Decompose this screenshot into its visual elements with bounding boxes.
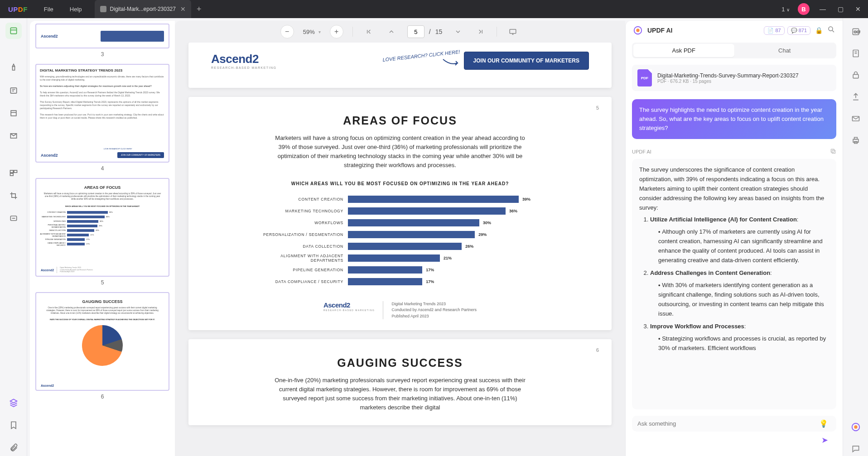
highlighter-icon[interactable] <box>5 60 22 76</box>
svg-rect-12 <box>832 150 835 154</box>
tab-chat[interactable]: Chat <box>734 44 835 57</box>
menu-help[interactable]: Help <box>62 6 90 13</box>
search-icon[interactable] <box>827 25 835 35</box>
right-tool-rail: OCR <box>843 18 868 456</box>
svg-rect-8 <box>510 29 516 34</box>
thumbnail-page-6[interactable]: GAUGING SUCCESS One-in-five (20%) market… <box>35 292 169 391</box>
annotate-icon[interactable] <box>5 82 22 99</box>
thumb-num-3: 3 <box>35 51 169 58</box>
zoom-out-button[interactable]: − <box>280 25 294 38</box>
titlebar: UPDF File Help Digital-Mark...eport-2303… <box>0 0 868 18</box>
svg-rect-4 <box>10 170 13 173</box>
bar-chart: CONTENT CREATION39%MARKETING TECHNOLOGY3… <box>255 193 545 288</box>
app-logo: UPDF <box>0 5 36 13</box>
prev-page-button[interactable] <box>385 25 398 38</box>
presentation-icon[interactable] <box>506 25 520 38</box>
email-icon[interactable] <box>849 111 863 126</box>
thumbnails-tool-icon[interactable] <box>5 23 22 39</box>
copy-icon[interactable] <box>830 148 836 155</box>
thumbnail-page-5[interactable]: AREAS OF FOCUS Marketers will have a str… <box>35 178 169 277</box>
redact-icon[interactable] <box>5 210 22 226</box>
ai-tabs: Ask PDF Chat <box>632 43 836 58</box>
updf-ai-icon <box>633 25 643 35</box>
badge-chats: 💬871 <box>787 26 810 35</box>
close-icon[interactable]: ✕ <box>180 5 186 13</box>
ai-title: UPDF AI <box>647 27 759 34</box>
svg-rect-6 <box>10 173 13 176</box>
comment-icon[interactable] <box>849 442 863 456</box>
ai-document[interactable]: PDF Digital-Marketing-Trends-Survey-Summ… <box>632 65 836 91</box>
svg-point-11 <box>829 27 833 31</box>
svg-rect-20 <box>854 137 857 139</box>
page-4-tail: Ascend2 RESEARCH-BASED MARKETING LOVE RE… <box>188 43 612 88</box>
form-icon[interactable] <box>5 128 22 144</box>
viewer-toolbar: − 59%▾ + / 15 <box>175 21 625 43</box>
page-body: Marketers will have a strong focus on op… <box>273 134 527 170</box>
edit-icon[interactable] <box>5 105 22 121</box>
bulb-icon[interactable]: 💡 <box>819 419 828 428</box>
thumbnail-page-3[interactable]: Ascend2 <box>35 24 169 48</box>
lock-icon[interactable]: 🔒 <box>815 27 823 34</box>
thumb-num-4: 4 <box>35 165 169 172</box>
page-5: 5 AREAS OF FOCUS Marketers will have a s… <box>188 97 612 330</box>
svg-rect-17 <box>853 74 858 78</box>
ai-panel: UPDF AI 📄87 💬871 🔒 Ask PDF Chat PDF Digi… <box>625 21 843 456</box>
ai-input[interactable] <box>637 420 819 427</box>
page-title: GAUGING SUCCESS <box>211 356 589 370</box>
print-icon[interactable] <box>849 133 863 148</box>
minimize-icon[interactable]: — <box>818 4 828 14</box>
last-page-button[interactable] <box>474 25 487 38</box>
tab-title: Digital-Mark...eport-230327 <box>110 6 176 12</box>
page-indicator: / 15 <box>407 25 442 38</box>
viewer: − 59%▾ + / 15 Ascend2 RESEARCH-B <box>175 21 625 456</box>
share-icon[interactable] <box>849 90 863 104</box>
tab-ask-pdf[interactable]: Ask PDF <box>633 44 734 57</box>
protect-icon[interactable] <box>849 68 863 82</box>
join-community-button[interactable]: JOIN OUR COMMUNITY OF MARKETERS <box>464 52 589 70</box>
svg-rect-5 <box>14 170 17 173</box>
attachment-icon[interactable] <box>5 440 22 456</box>
first-page-button[interactable] <box>362 25 376 38</box>
ai-chat-icon[interactable] <box>849 420 863 434</box>
svg-point-10 <box>636 29 639 32</box>
add-tab-button[interactable]: + <box>197 5 202 14</box>
file-icon <box>100 6 106 12</box>
svg-point-23 <box>854 425 857 428</box>
organize-icon[interactable] <box>5 165 22 181</box>
page-6: 6 GAUGING SUCCESS One-in-five (20%) mark… <box>188 339 612 425</box>
svg-rect-13 <box>831 149 834 153</box>
bookmark-icon[interactable] <box>5 417 22 433</box>
thumb-num-6: 6 <box>35 394 169 400</box>
thumb-num-5: 5 <box>35 279 169 286</box>
zoom-in-button[interactable]: + <box>330 25 343 38</box>
zoom-level[interactable]: 59%▾ <box>303 29 321 35</box>
ascend-logo: Ascend2 <box>211 52 277 66</box>
chart-title: WHICH AREAS WILL YOU BE MOST FOCUSED ON … <box>211 181 589 186</box>
compress-icon[interactable] <box>849 46 863 61</box>
avatar[interactable]: B <box>798 3 810 15</box>
doc-count: 1 ∨ <box>781 6 790 13</box>
svg-rect-0 <box>10 28 16 34</box>
svg-text:OCR: OCR <box>854 30 860 34</box>
page-input[interactable] <box>407 25 424 38</box>
thumbnails-panel: Ascend2 3 DIGITAL MARKETING STRATEGY TRE… <box>30 21 175 456</box>
svg-rect-2 <box>11 110 16 116</box>
send-button[interactable]: ➤ <box>821 435 828 445</box>
ocr-icon[interactable]: OCR <box>849 24 863 39</box>
document-tab[interactable]: Digital-Mark...eport-230327 ✕ <box>95 0 191 18</box>
pdf-icon: PDF <box>637 69 652 86</box>
maximize-icon[interactable]: ▢ <box>836 4 845 14</box>
layers-icon[interactable] <box>5 394 22 411</box>
ai-response: The survey underscores the significance … <box>632 159 836 409</box>
crop-icon[interactable] <box>5 187 22 204</box>
next-page-button[interactable] <box>451 25 465 38</box>
user-message: The survey highlights the need to optimi… <box>632 99 836 139</box>
close-window-icon[interactable]: ✕ <box>854 4 863 14</box>
left-tool-rail <box>0 18 27 456</box>
thumbnail-page-4[interactable]: DIGITAL MARKETING STRATEGY TRENDS 2023 W… <box>35 64 169 163</box>
badge-docs: 📄87 <box>764 26 784 35</box>
arrow-icon <box>442 58 460 68</box>
page-footer: Ascend2 RESEARCH-BASED MARKETING Digital… <box>211 298 589 320</box>
menu-file[interactable]: File <box>36 6 62 13</box>
ai-input-row: 💡 <box>632 416 836 432</box>
